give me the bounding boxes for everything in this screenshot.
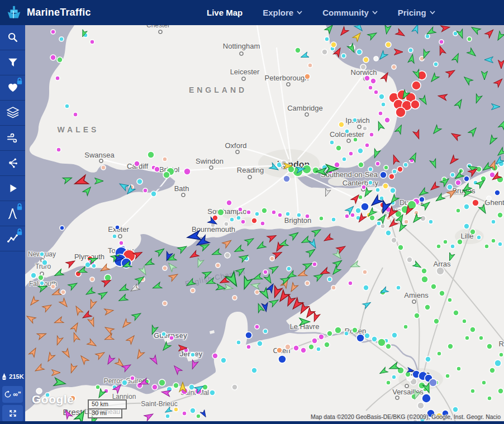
vessel-marker[interactable] (236, 266, 246, 276)
vessel-marker[interactable] (448, 155, 458, 166)
station-dot[interactable] (369, 215, 375, 221)
station-dot[interactable] (381, 102, 386, 107)
playback-button[interactable] (0, 176, 25, 201)
vessel-marker[interactable] (353, 31, 363, 41)
vessel-marker[interactable] (496, 147, 504, 158)
station-dot[interactable] (374, 90, 378, 94)
station-dot[interactable] (384, 117, 390, 123)
station-dot[interactable] (251, 218, 257, 223)
vessel-marker[interactable] (431, 125, 441, 136)
station-dot[interactable] (464, 176, 469, 182)
station-dot[interactable] (161, 332, 166, 336)
station-dot[interactable] (495, 360, 501, 366)
station-dot[interactable] (65, 104, 69, 108)
vessel-marker[interactable] (233, 245, 244, 255)
station-dot[interactable] (272, 210, 276, 215)
station-dot[interactable] (59, 37, 64, 41)
station-dot[interactable] (380, 171, 387, 178)
vessel-marker[interactable] (333, 258, 344, 268)
station-dot[interactable] (429, 220, 433, 224)
vessel-marker[interactable] (429, 73, 439, 84)
vessel-marker[interactable] (498, 60, 504, 69)
station-dot[interactable] (379, 196, 384, 201)
station-dot[interactable] (434, 318, 439, 324)
station-dot[interactable] (305, 281, 310, 285)
station-dot[interactable] (368, 180, 373, 185)
station-dot[interactable] (498, 388, 503, 394)
vessel-marker[interactable] (288, 283, 298, 293)
station-dot[interactable] (57, 57, 63, 63)
station-dot[interactable] (163, 171, 170, 178)
station-dot[interactable] (429, 379, 437, 387)
vessel-marker[interactable] (54, 378, 66, 388)
station-dot[interactable] (137, 179, 142, 184)
vessel-marker[interactable] (71, 332, 80, 342)
station-dot[interactable] (341, 54, 346, 58)
vessel-marker[interactable] (25, 313, 36, 323)
station-dot[interactable] (217, 209, 224, 216)
station-dot[interactable] (425, 304, 430, 310)
vessel-marker[interactable] (470, 25, 481, 35)
vessel-marker[interactable] (363, 300, 372, 309)
vessel-marker[interactable] (240, 276, 253, 290)
vessel-marker[interactable] (95, 178, 104, 184)
vessel-marker[interactable] (368, 30, 378, 40)
vessel-marker[interactable] (73, 175, 88, 188)
station-dot[interactable] (470, 389, 475, 393)
station-dot[interactable] (246, 210, 251, 215)
measure-button[interactable] (0, 201, 25, 226)
vessel-marker[interactable] (454, 98, 464, 108)
station-dot[interactable] (386, 230, 391, 236)
station-dot[interactable] (434, 62, 438, 66)
vessel-marker[interactable] (395, 123, 405, 134)
station-dot[interactable] (491, 220, 496, 224)
vessel-marker[interactable] (63, 175, 73, 184)
station-dot[interactable] (445, 374, 450, 378)
vessel-marker[interactable] (51, 289, 61, 298)
station-dot[interactable] (255, 290, 259, 294)
station-dot[interactable] (297, 213, 301, 217)
station-dot[interactable] (191, 288, 195, 293)
station-dot[interactable] (115, 225, 120, 230)
vessel-marker[interactable] (354, 25, 364, 33)
vessel-marker[interactable] (169, 271, 179, 281)
station-dot[interactable] (403, 325, 408, 329)
station-dot[interactable] (336, 145, 341, 151)
vessel-marker[interactable] (118, 284, 129, 294)
station-dot[interactable] (482, 380, 486, 385)
station-dot[interactable] (447, 184, 453, 190)
vessel-marker[interactable] (53, 269, 64, 279)
filters-button[interactable] (0, 50, 25, 75)
station-dot[interactable] (318, 334, 324, 340)
station-dot[interactable] (498, 242, 502, 246)
vessel-marker[interactable] (178, 244, 188, 253)
station-dot[interactable] (236, 216, 241, 220)
station-dot[interactable] (251, 368, 257, 373)
vessel-marker[interactable] (261, 303, 269, 312)
station-dot[interactable] (363, 57, 369, 63)
station-dot[interactable] (356, 49, 362, 55)
station-dot[interactable] (301, 347, 306, 353)
station-dot[interactable] (417, 402, 424, 409)
station-dot[interactable] (191, 352, 195, 357)
station-dot[interactable] (439, 40, 444, 44)
vessel-marker[interactable] (105, 355, 115, 366)
vessel-marker[interactable] (396, 28, 406, 38)
station-dot[interactable] (404, 220, 408, 224)
station-dot[interactable] (190, 408, 196, 413)
vessel-marker[interactable] (144, 259, 154, 268)
station-dot[interactable] (285, 344, 291, 350)
station-dot[interactable] (378, 339, 386, 346)
station-dot[interactable] (308, 63, 312, 68)
station-dot[interactable] (331, 285, 336, 290)
station-dot[interactable] (360, 64, 366, 70)
station-dot[interactable] (236, 340, 241, 345)
station-dot[interactable] (50, 55, 56, 60)
vessel-marker[interactable] (54, 336, 63, 346)
station-dot[interactable] (392, 332, 397, 338)
vessel-marker[interactable] (482, 72, 488, 80)
favorites-button[interactable] (0, 75, 25, 101)
brand[interactable]: MarineTraffic (6, 4, 91, 21)
nav-item-community[interactable]: Community (322, 8, 378, 17)
network-button[interactable] (0, 151, 25, 176)
